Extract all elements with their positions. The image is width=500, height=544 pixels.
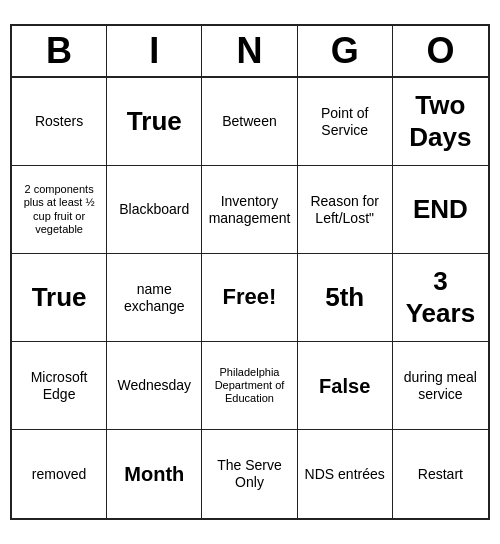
bingo-cell-10: True — [12, 254, 107, 342]
header-letter-o: O — [393, 26, 488, 76]
bingo-cell-17: Philadelphia Department of Education — [202, 342, 297, 430]
bingo-cell-5: 2 components plus at least ½ cup fruit o… — [12, 166, 107, 254]
bingo-cell-11: name exchange — [107, 254, 202, 342]
bingo-cell-19: during meal service — [393, 342, 488, 430]
bingo-cell-15: Microsoft Edge — [12, 342, 107, 430]
header-letter-n: N — [202, 26, 297, 76]
bingo-cell-22: The Serve Only — [202, 430, 297, 518]
bingo-header: BINGO — [12, 26, 488, 78]
bingo-card: BINGO RostersTrueBetweenPoint of Service… — [10, 24, 490, 520]
bingo-grid: RostersTrueBetweenPoint of ServiceTwo Da… — [12, 78, 488, 518]
bingo-cell-9: END — [393, 166, 488, 254]
bingo-cell-20: removed — [12, 430, 107, 518]
bingo-cell-12: Free! — [202, 254, 297, 342]
header-letter-i: I — [107, 26, 202, 76]
bingo-cell-3: Point of Service — [298, 78, 393, 166]
bingo-cell-21: Month — [107, 430, 202, 518]
bingo-cell-16: Wednesday — [107, 342, 202, 430]
bingo-cell-6: Blackboard — [107, 166, 202, 254]
bingo-cell-14: 3 Years — [393, 254, 488, 342]
bingo-cell-23: NDS entrées — [298, 430, 393, 518]
bingo-cell-13: 5th — [298, 254, 393, 342]
bingo-cell-18: False — [298, 342, 393, 430]
bingo-cell-0: Rosters — [12, 78, 107, 166]
header-letter-b: B — [12, 26, 107, 76]
bingo-cell-2: Between — [202, 78, 297, 166]
bingo-cell-24: Restart — [393, 430, 488, 518]
header-letter-g: G — [298, 26, 393, 76]
bingo-cell-7: Inventory management — [202, 166, 297, 254]
bingo-cell-8: Reason for Left/Lost" — [298, 166, 393, 254]
bingo-cell-1: True — [107, 78, 202, 166]
bingo-cell-4: Two Days — [393, 78, 488, 166]
